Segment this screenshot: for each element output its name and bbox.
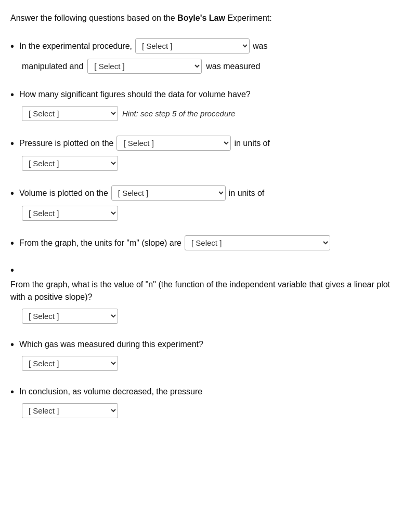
q2-text: How many significant figures should the … (19, 88, 251, 101)
q3-dropdown2[interactable]: [ Select ] (22, 156, 118, 171)
q8-text: In conclusion, as volume decreased, the … (19, 385, 202, 398)
question-2: • How many significant figures should th… (10, 88, 392, 121)
bullet-5: • (10, 238, 14, 248)
q4-dropdown1[interactable]: [ Select ] (111, 185, 226, 201)
q5-dropdown1[interactable]: [ Select ] (185, 235, 330, 250)
page-title: Answer the following questions based on … (10, 12, 392, 24)
bullet-1: • (10, 41, 14, 51)
question-8: • In conclusion, as volume decreased, th… (10, 385, 392, 418)
q4-dropdown2[interactable]: [ Select ] (22, 206, 118, 221)
q5-text: From the graph, the units for "m" (slope… (19, 237, 181, 249)
q1-text-was: was (253, 40, 267, 52)
q1-dropdown2[interactable]: [ Select ] (87, 59, 202, 74)
q1-text-part1: In the experimental procedure, (19, 40, 132, 52)
bullet-2: • (10, 89, 14, 100)
q1-dropdown1[interactable]: [ Select ] (135, 38, 250, 54)
question-3: • Pressure is plotted on the [ Select ] … (10, 136, 392, 171)
bullet-6: • (10, 265, 14, 275)
q4-text-units: in units of (229, 187, 264, 200)
q8-dropdown1[interactable]: [ Select ] (22, 403, 118, 418)
question-5: • From the graph, the units for "m" (slo… (10, 235, 392, 250)
bullet-3: • (10, 138, 14, 149)
q7-dropdown1[interactable]: [ Select ] (22, 356, 118, 371)
q3-text-part1: Pressure is plotted on the (19, 137, 113, 150)
q2-hint: Hint: see step 5 of the procedure (122, 108, 236, 120)
q7-text: Which gas was measured during this exper… (19, 338, 203, 351)
q6-text: From the graph, what is the value of "n"… (10, 278, 392, 303)
question-list: • In the experimental procedure, [ Selec… (10, 38, 392, 418)
question-4: • Volume is plotted on the [ Select ] in… (10, 185, 392, 221)
q1-text-manipulated: manipulated and (22, 60, 83, 73)
bullet-4: • (10, 188, 14, 198)
q3-dropdown1[interactable]: [ Select ] (116, 136, 231, 151)
q4-text-part1: Volume is plotted on the (19, 187, 108, 200)
question-1: • In the experimental procedure, [ Selec… (10, 38, 392, 74)
q6-dropdown1[interactable]: [ Select ] (22, 309, 118, 324)
q1-text-measured: was measured (206, 60, 260, 73)
question-6: • From the graph, what is the value of "… (10, 265, 392, 324)
question-7: • Which gas was measured during this exp… (10, 338, 392, 371)
q2-dropdown1[interactable]: [ Select ] (22, 106, 118, 121)
q3-text-units: in units of (234, 137, 269, 150)
bullet-7: • (10, 339, 14, 350)
bullet-8: • (10, 387, 14, 397)
